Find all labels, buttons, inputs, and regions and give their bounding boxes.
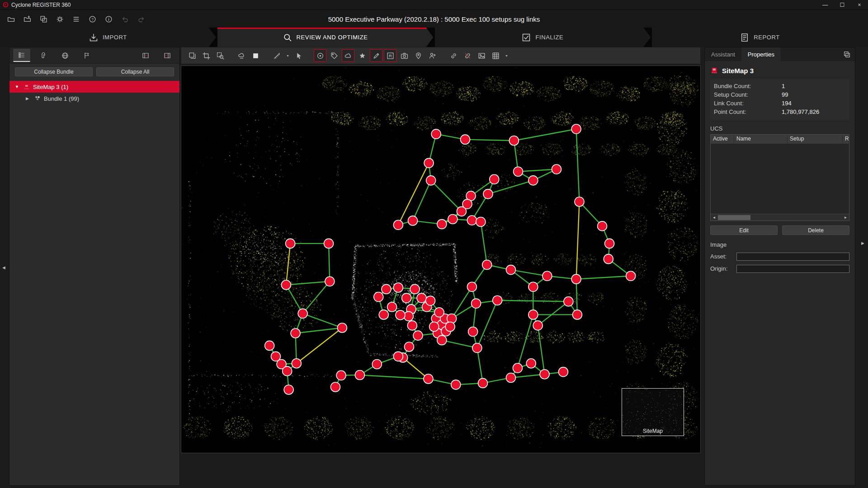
setup-node[interactable] [337,323,347,333]
setup-node[interactable] [330,382,340,392]
setup-node[interactable] [437,220,447,229]
setup-link[interactable] [511,270,547,276]
setup-node[interactable] [298,309,307,318]
show-setups-button[interactable] [314,49,326,62]
scroll-left-arrow-icon[interactable]: ◄ [711,216,717,220]
dock-panel-right-button[interactable] [159,49,176,62]
setup-node[interactable] [387,302,397,312]
setup-link[interactable] [286,282,330,285]
setup-node[interactable] [490,174,499,184]
setup-node[interactable] [281,280,291,290]
panel-tab-web-geotags[interactable] [57,49,74,62]
setup-node[interactable] [413,331,423,340]
workflow-tab-report[interactable]: REPORT [652,28,868,47]
cloud-constraint-button[interactable] [235,49,248,62]
collapse-left-arrow[interactable]: ◄ [1,265,6,270]
setup-link[interactable] [329,244,330,282]
setup-node[interactable] [382,284,391,294]
pick-select-button[interactable] [292,49,305,62]
setup-link[interactable] [360,375,429,379]
setup-node[interactable] [417,293,426,303]
setup-node[interactable] [552,164,561,174]
workflow-tab-import[interactable]: IMPORT [0,28,216,47]
setup-node[interactable] [434,308,444,317]
setup-link[interactable] [413,180,431,221]
ucs-table-body[interactable] [711,144,849,214]
setup-link[interactable] [477,348,483,383]
setup-node[interactable] [424,374,433,384]
setup-node[interactable] [468,327,478,337]
setup-node[interactable] [393,283,403,292]
event-log-button[interactable] [70,13,82,25]
setup-node[interactable] [462,199,472,209]
close-button[interactable]: × [851,0,868,10]
setup-node[interactable] [467,282,476,291]
setup-node[interactable] [408,216,418,225]
setup-node[interactable] [509,136,519,145]
quality-stars-button[interactable] [356,49,368,62]
setup-node[interactable] [482,260,492,269]
collapse-arrow-icon[interactable]: ▼ [15,84,22,89]
setup-node[interactable] [431,129,441,139]
setup-node[interactable] [460,135,470,144]
geotag-pin-button[interactable] [412,49,425,62]
fit-region-button[interactable] [200,49,212,62]
setup-node[interactable] [564,297,573,306]
tree-item-sitemap-3-1-[interactable]: ▼SiteMap 3 (1) [9,81,179,93]
setup-node[interactable] [514,167,523,176]
setup-node[interactable] [396,310,405,320]
create-link-button[interactable] [447,49,460,62]
setup-node[interactable] [558,367,568,377]
open-folder-button[interactable] [5,13,17,25]
measure-options-button[interactable] [284,49,291,62]
setup-node[interactable] [506,265,515,275]
setup-node[interactable] [379,310,388,319]
setup-node[interactable] [571,274,581,284]
setup-node[interactable] [528,282,538,291]
setup-node[interactable] [374,292,383,302]
scroll-right-arrow-icon[interactable]: ► [842,216,849,220]
workflow-tab-finalize[interactable]: FINALIZE [435,28,651,47]
setup-link[interactable] [296,328,342,333]
setup-node[interactable] [478,378,487,388]
setup-node[interactable] [528,176,538,185]
setup-node[interactable] [451,380,461,389]
setup-node[interactable] [325,277,335,286]
setup-link[interactable] [518,169,557,172]
setup-node[interactable] [571,124,581,134]
setup-link[interactable] [576,129,580,202]
setup-node[interactable] [437,335,447,345]
dock-panel-left-button[interactable] [137,49,154,62]
fill-plane-button[interactable] [249,49,262,62]
setup-node[interactable] [604,254,613,264]
setup-node[interactable] [404,342,414,352]
setup-link[interactable] [452,287,472,319]
zoom-window-button[interactable] [214,49,226,62]
setup-link[interactable] [465,140,514,141]
origin-input[interactable] [736,265,849,273]
setup-node[interactable] [448,214,458,224]
setup-link[interactable] [576,202,580,279]
setup-node[interactable] [393,220,403,230]
assign-control-button[interactable] [426,49,439,62]
setup-link[interactable] [297,328,342,364]
help-button[interactable]: ? [86,13,99,25]
setup-node[interactable] [493,296,502,305]
panel-tab-quality-flags[interactable] [78,49,95,62]
remove-link-button[interactable] [461,49,474,62]
setup-node[interactable] [506,373,515,382]
collapse-bundle-button[interactable]: Collapse Bundle [15,67,93,76]
setup-node[interactable] [324,239,334,248]
collapse-all-button[interactable]: Collapse All [96,67,174,76]
setup-node[interactable] [476,217,486,226]
registration-panel-button[interactable]: R [384,49,396,62]
setup-node[interactable] [393,352,403,361]
workflow-tab-review-and-optimize[interactable]: REVIEW AND OPTIMIZE [217,28,434,47]
setup-node[interactable] [407,321,417,330]
measure-button[interactable] [270,49,283,62]
screenshot-camera-button[interactable] [398,49,410,62]
setup-node[interactable] [605,239,614,248]
setup-link[interactable] [303,314,342,328]
expand-arrow-icon[interactable]: ▶ [26,96,33,101]
setup-node[interactable] [572,310,582,319]
